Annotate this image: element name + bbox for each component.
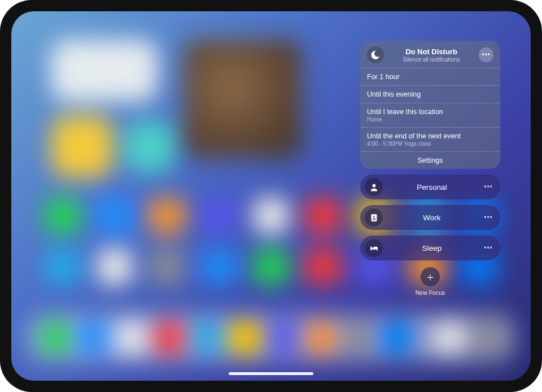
svg-point-5: [371, 247, 373, 249]
ipad-device-frame: Do Not Disturb Silence all notifications…: [0, 0, 542, 392]
dnd-option-next-event[interactable]: Until the end of the next event 4:00 - 5…: [360, 127, 500, 151]
svg-point-2: [373, 215, 375, 217]
new-focus-button[interactable]: ＋ New Focus: [416, 267, 445, 296]
dnd-settings-button[interactable]: Settings: [360, 151, 500, 169]
focus-label-work: Work: [383, 214, 481, 222]
person-icon: [365, 178, 383, 196]
plus-icon: ＋: [421, 267, 440, 286]
dnd-subtitle: Silence all notifications: [390, 56, 473, 63]
dnd-option-1hour[interactable]: For 1 hour: [360, 68, 500, 85]
svg-rect-4: [372, 219, 375, 220]
focus-more-personal[interactable]: •••: [481, 180, 496, 194]
focus-pill-personal[interactable]: Personal •••: [360, 175, 500, 199]
dnd-title: Do Not Disturb: [390, 47, 473, 56]
svg-point-0: [372, 184, 375, 187]
ipad-screen: Do Not Disturb Silence all notifications…: [11, 11, 531, 381]
dnd-header[interactable]: Do Not Disturb Silence all notifications…: [360, 41, 500, 68]
new-focus-label: New Focus: [416, 289, 445, 296]
focus-pill-sleep[interactable]: Sleep •••: [360, 236, 500, 260]
focus-panel: Do Not Disturb Silence all notifications…: [360, 41, 500, 296]
dock: [28, 314, 514, 361]
bed-icon: [365, 239, 383, 257]
dnd-option-evening[interactable]: Until this evening: [360, 85, 500, 103]
do-not-disturb-card: Do Not Disturb Silence all notifications…: [360, 41, 500, 169]
focus-more-work[interactable]: •••: [481, 210, 496, 225]
focus-more-sleep[interactable]: •••: [481, 241, 496, 255]
dnd-more-button[interactable]: •••: [479, 47, 493, 62]
focus-label-personal: Personal: [383, 183, 481, 191]
focus-label-sleep: Sleep: [383, 244, 481, 252]
moon-icon: [367, 46, 384, 63]
svg-rect-1: [371, 214, 377, 221]
badge-icon: [365, 208, 383, 227]
dnd-option-leave-location[interactable]: Until I leave this location Home: [360, 103, 500, 127]
home-indicator[interactable]: [229, 372, 313, 375]
focus-pill-work[interactable]: Work •••: [360, 205, 500, 230]
svg-rect-3: [372, 218, 375, 219]
